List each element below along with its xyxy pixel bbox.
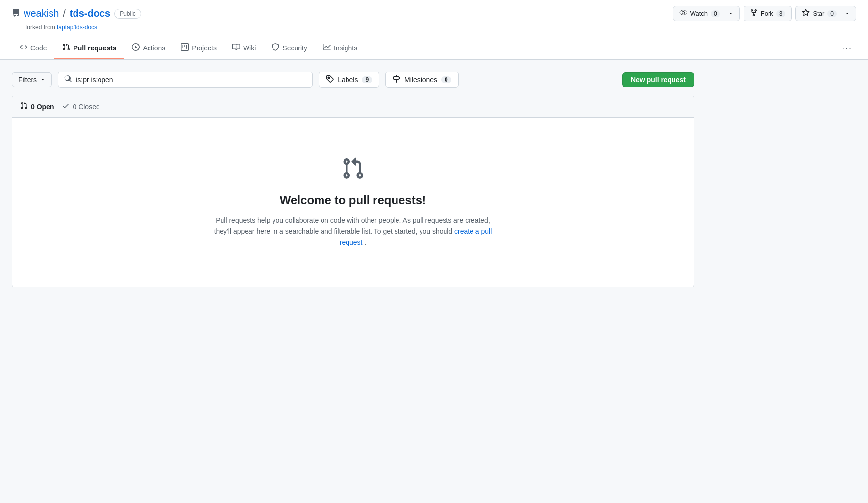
repo-header: weakish / tds-docs Public Watch 0 xyxy=(12,6,856,21)
org-name-link[interactable]: weakish xyxy=(24,8,59,19)
fork-count: 3 xyxy=(776,10,786,17)
milestone-icon xyxy=(393,75,400,84)
repo-title: weakish / tds-docs Public xyxy=(12,8,141,19)
top-bar: weakish / tds-docs Public Watch 0 xyxy=(0,0,868,37)
search-icon xyxy=(64,75,72,84)
code-icon xyxy=(20,43,27,52)
fork-info: forked from taptap/tds-docs xyxy=(25,24,856,31)
pr-closed-filter[interactable]: 0 Closed xyxy=(62,102,99,111)
main-content: Filters Labels 9 Milestones 0 New pull xyxy=(0,60,706,299)
search-box[interactable] xyxy=(58,72,313,88)
tab-insights-label: Insights xyxy=(334,44,357,52)
star-icon xyxy=(802,9,810,18)
pr-open-label: 0 Open xyxy=(31,103,54,111)
fork-label: Fork xyxy=(761,10,773,17)
pr-open-filter[interactable]: 0 Open xyxy=(20,102,54,111)
star-count: 0 xyxy=(827,10,837,17)
projects-icon xyxy=(181,43,189,52)
watch-count: 0 xyxy=(711,10,720,17)
milestones-label: Milestones xyxy=(404,76,437,84)
empty-description: Pull requests help you collaborate on co… xyxy=(211,215,495,248)
actions-icon xyxy=(132,43,140,52)
empty-desc-before: Pull requests help you collaborate on co… xyxy=(214,216,490,235)
tab-wiki[interactable]: Wiki xyxy=(224,37,264,59)
watch-label: Watch xyxy=(690,10,708,17)
nav-tabs: Code Pull requests Actions Projects Wiki… xyxy=(0,37,868,60)
tab-code[interactable]: Code xyxy=(12,37,54,59)
empty-desc-after: . xyxy=(364,239,366,246)
star-dropdown-arrow[interactable] xyxy=(841,10,850,17)
more-tabs-button[interactable]: ··· xyxy=(838,37,856,59)
check-icon xyxy=(62,102,70,111)
search-input[interactable] xyxy=(76,76,306,84)
pr-list-container: 0 Open 0 Closed Welcome to pull requests… xyxy=(12,96,694,287)
tab-actions-label: Actions xyxy=(143,44,165,52)
fork-button[interactable]: Fork 3 xyxy=(744,6,792,21)
tab-pull-requests[interactable]: Pull requests xyxy=(54,37,124,59)
fork-icon xyxy=(750,9,758,18)
repo-name-link[interactable]: tds-docs xyxy=(70,8,110,19)
star-label: Star xyxy=(813,10,824,17)
labels-label: Labels xyxy=(338,76,358,84)
fork-source-link[interactable]: taptap/tds-docs xyxy=(57,24,97,31)
labels-count: 9 xyxy=(362,76,372,83)
wiki-icon xyxy=(232,43,240,52)
empty-title: Welcome to pull requests! xyxy=(280,193,426,207)
pr-status-bar: 0 Open 0 Closed xyxy=(12,96,694,118)
separator: / xyxy=(63,8,66,19)
empty-pr-icon xyxy=(341,157,365,182)
empty-state: Welcome to pull requests! Pull requests … xyxy=(12,118,694,287)
star-button[interactable]: Star 0 xyxy=(795,6,856,21)
filters-label: Filters xyxy=(18,76,37,84)
insights-icon xyxy=(323,43,331,52)
milestones-button[interactable]: Milestones 0 xyxy=(385,72,459,88)
watch-dropdown-arrow[interactable] xyxy=(724,10,733,17)
pr-toolbar: Filters Labels 9 Milestones 0 New pull xyxy=(12,72,694,88)
header-actions: Watch 0 Fork 3 xyxy=(673,6,856,21)
pr-open-icon xyxy=(20,102,28,111)
tab-insights[interactable]: Insights xyxy=(315,37,365,59)
tab-code-label: Code xyxy=(30,44,47,52)
pull-request-icon xyxy=(62,43,70,52)
labels-button[interactable]: Labels 9 xyxy=(319,72,379,88)
fork-text: forked from xyxy=(25,24,55,31)
watch-button[interactable]: Watch 0 xyxy=(673,6,740,21)
milestones-count: 0 xyxy=(441,76,451,83)
tab-wiki-label: Wiki xyxy=(243,44,256,52)
tab-projects[interactable]: Projects xyxy=(173,37,224,59)
tab-security-label: Security xyxy=(282,44,307,52)
repo-icon xyxy=(12,8,20,19)
label-icon xyxy=(326,75,334,84)
eye-icon xyxy=(679,9,687,18)
tab-pull-requests-label: Pull requests xyxy=(73,44,116,52)
tab-projects-label: Projects xyxy=(192,44,217,52)
tab-actions[interactable]: Actions xyxy=(124,37,173,59)
tab-security[interactable]: Security xyxy=(264,37,315,59)
filters-button[interactable]: Filters xyxy=(12,72,52,87)
filters-chevron-icon xyxy=(40,76,46,84)
public-badge: Public xyxy=(114,9,141,19)
security-icon xyxy=(272,43,279,52)
new-pull-request-button[interactable]: New pull request xyxy=(622,72,694,87)
pr-closed-label: 0 Closed xyxy=(73,103,99,111)
